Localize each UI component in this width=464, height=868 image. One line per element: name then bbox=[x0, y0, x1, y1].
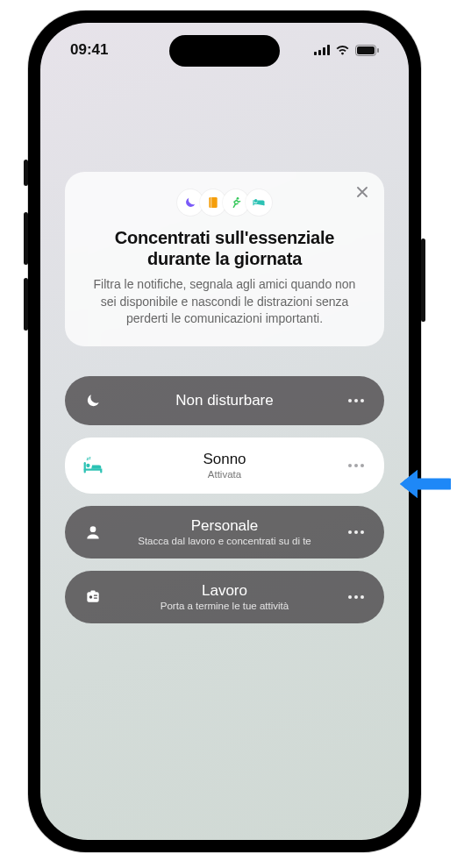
power-button[interactable] bbox=[421, 238, 425, 322]
focus-label: Non disturbare bbox=[175, 392, 274, 409]
bed-icon: z z bbox=[81, 453, 105, 478]
moon-icon bbox=[183, 196, 197, 210]
svg-point-9 bbox=[237, 197, 239, 200]
cellular-icon bbox=[314, 45, 330, 55]
focus-item-work[interactable]: Lavoro Porta a termine le tue attività bbox=[65, 571, 384, 623]
svg-rect-7 bbox=[209, 197, 217, 208]
moon-icon bbox=[81, 388, 105, 413]
volume-down-button[interactable] bbox=[24, 278, 28, 331]
svg-rect-2 bbox=[323, 47, 325, 55]
svg-rect-14 bbox=[87, 592, 98, 602]
svg-rect-5 bbox=[357, 46, 375, 54]
callout-arrow-icon bbox=[396, 465, 451, 503]
svg-rect-8 bbox=[211, 197, 211, 208]
badge-icon bbox=[81, 585, 105, 609]
svg-rect-6 bbox=[377, 48, 379, 53]
book-icon bbox=[206, 196, 220, 210]
svg-point-12 bbox=[86, 464, 89, 467]
svg-point-13 bbox=[90, 526, 96, 532]
close-icon bbox=[357, 187, 368, 197]
svg-rect-3 bbox=[327, 45, 330, 55]
ellipsis-icon bbox=[348, 595, 364, 599]
more-button[interactable] bbox=[344, 585, 368, 609]
dynamic-island bbox=[169, 35, 280, 67]
focus-label: Sonno bbox=[203, 451, 246, 468]
volume-up-button[interactable] bbox=[24, 212, 28, 265]
bed-icon bbox=[252, 196, 266, 210]
focus-label: Personale bbox=[191, 517, 259, 535]
more-button[interactable] bbox=[344, 453, 368, 478]
ellipsis-icon bbox=[348, 530, 364, 534]
svg-rect-1 bbox=[318, 50, 321, 55]
phone-frame: 09:41 Concentrati sull'essenziale durant… bbox=[28, 11, 421, 852]
svg-point-15 bbox=[89, 595, 92, 598]
svg-rect-0 bbox=[314, 52, 317, 55]
person-icon bbox=[81, 520, 105, 544]
focus-item-personal[interactable]: Personale Stacca dal lavoro e concentrat… bbox=[65, 506, 384, 559]
focus-item-sleep[interactable]: z z Sonno Attivata bbox=[65, 438, 384, 494]
bed-pill bbox=[246, 189, 272, 216]
focus-label: Lavoro bbox=[202, 582, 247, 600]
focus-text: Lavoro Porta a termine le tue attività bbox=[105, 582, 344, 612]
focus-text: Sonno Attivata bbox=[105, 451, 344, 480]
more-button[interactable] bbox=[344, 520, 368, 544]
ellipsis-icon bbox=[348, 464, 364, 467]
focus-item-dnd[interactable]: Non disturbare bbox=[65, 376, 384, 425]
info-icon-row bbox=[84, 189, 365, 216]
close-button[interactable] bbox=[351, 181, 374, 203]
focus-sublabel: Porta a termine le tue attività bbox=[161, 601, 289, 612]
svg-rect-17 bbox=[94, 598, 97, 599]
focus-text: Personale Stacca dal lavoro e concentrat… bbox=[105, 517, 344, 547]
focus-sublabel: Attivata bbox=[208, 469, 241, 480]
svg-rect-18 bbox=[91, 591, 96, 594]
status-time: 09:41 bbox=[70, 41, 108, 59]
running-icon bbox=[229, 196, 243, 210]
silence-switch[interactable] bbox=[24, 160, 28, 186]
info-description: Filtra le notifiche, segnala agli amici … bbox=[84, 276, 365, 327]
svg-rect-16 bbox=[94, 595, 97, 596]
focus-sublabel: Stacca dal lavoro e concentrati su di te bbox=[138, 536, 311, 547]
focus-text: Non disturbare bbox=[105, 392, 344, 409]
more-button[interactable] bbox=[344, 388, 368, 413]
battery-icon bbox=[355, 45, 379, 56]
status-indicators bbox=[314, 45, 379, 56]
wifi-icon bbox=[335, 45, 350, 55]
screen: 09:41 Concentrati sull'essenziale durant… bbox=[40, 23, 409, 840]
svg-text:z: z bbox=[89, 456, 91, 460]
focus-info-card: Concentrati sull'essenziale durante la g… bbox=[65, 172, 384, 346]
info-title: Concentrati sull'essenziale durante la g… bbox=[84, 228, 365, 269]
ellipsis-icon bbox=[348, 399, 364, 402]
focus-list: Non disturbare z z bbox=[65, 376, 384, 623]
